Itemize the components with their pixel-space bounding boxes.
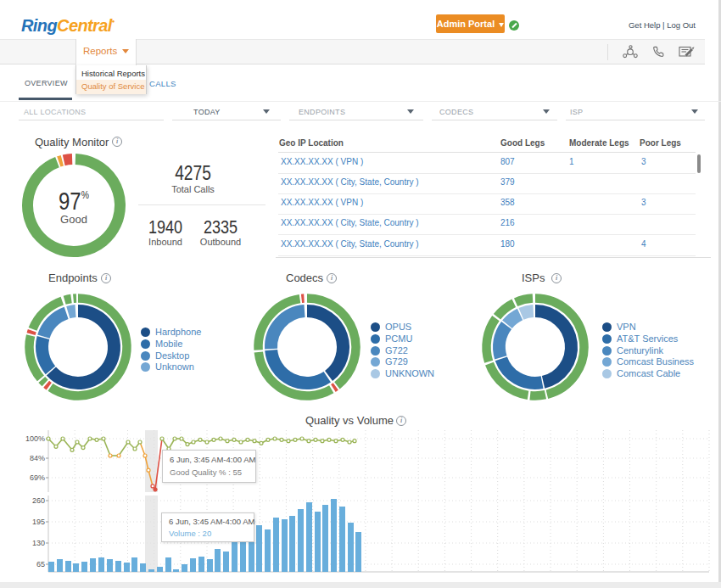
svg-text:130: 130 [32,539,45,547]
svg-text:100%: 100% [25,434,45,443]
svg-text:195: 195 [32,518,45,526]
svg-text:84%: 84% [30,454,45,462]
svg-text:260: 260 [32,496,45,505]
svg-text:69%: 69% [30,473,45,482]
svg-text:65: 65 [36,560,45,568]
